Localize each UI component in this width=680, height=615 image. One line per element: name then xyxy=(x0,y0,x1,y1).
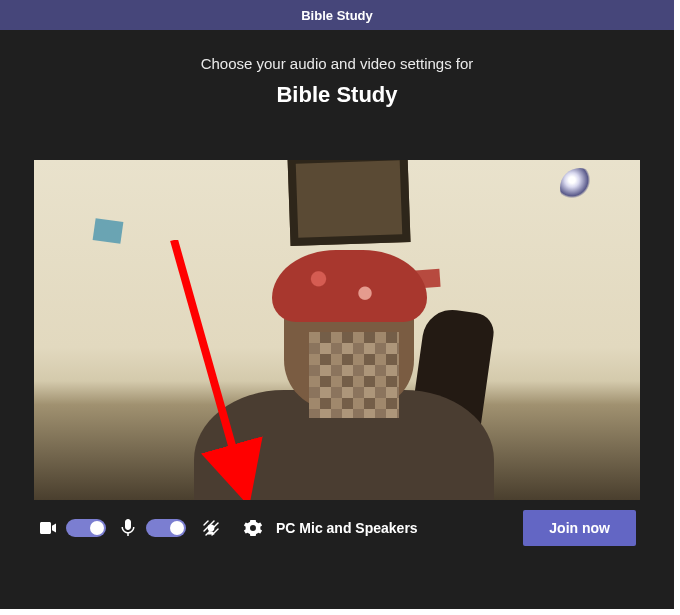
window-title-bar: Bible Study xyxy=(0,0,674,30)
gear-icon xyxy=(243,518,263,538)
background-effects-icon xyxy=(201,518,221,538)
preview-decor-sticker xyxy=(93,218,124,244)
header-subtitle: Choose your audio and video settings for xyxy=(0,55,674,72)
device-settings-button[interactable] xyxy=(240,515,266,541)
preview-decor-lamp xyxy=(560,168,600,208)
header: Choose your audio and video settings for… xyxy=(0,30,674,108)
preview-container: PC Mic and Speakers Join now xyxy=(34,160,640,556)
window-title: Bible Study xyxy=(301,8,373,23)
svg-point-4 xyxy=(208,525,215,532)
video-preview xyxy=(34,160,640,500)
meeting-name: Bible Study xyxy=(0,82,674,108)
mic-toggle[interactable] xyxy=(146,519,186,537)
preview-person xyxy=(164,240,524,500)
svg-line-0 xyxy=(204,521,208,525)
controls-bar: PC Mic and Speakers Join now xyxy=(34,500,640,556)
audio-device-label[interactable]: PC Mic and Speakers xyxy=(276,520,418,536)
video-camera-icon xyxy=(38,518,58,538)
background-effects-button[interactable] xyxy=(198,515,224,541)
microphone-icon xyxy=(118,518,138,538)
preview-decor-frame xyxy=(287,160,410,246)
face-blur xyxy=(309,332,399,418)
join-now-button[interactable]: Join now xyxy=(523,510,636,546)
prejoin-screen: Bible Study Choose your audio and video … xyxy=(0,0,674,609)
camera-toggle[interactable] xyxy=(66,519,106,537)
